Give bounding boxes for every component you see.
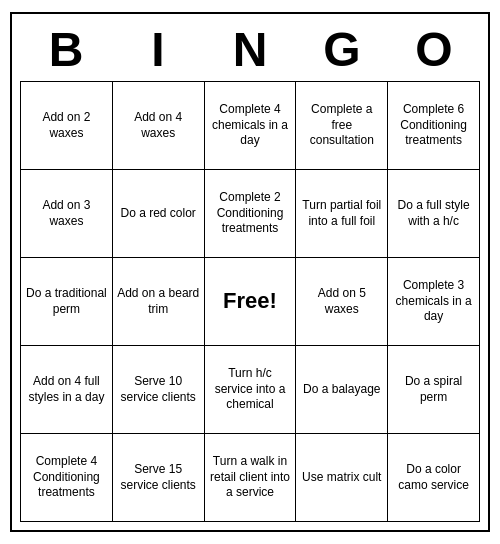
bingo-cell[interactable]: Do a full style with a h/c: [388, 170, 480, 258]
letter-b: B: [22, 22, 110, 77]
letter-i: I: [114, 22, 202, 77]
bingo-cell[interactable]: Complete 4 chemicals in a day: [205, 82, 297, 170]
bingo-cell[interactable]: Use matrix cult: [296, 434, 388, 522]
bingo-cell[interactable]: Serve 15 service clients: [113, 434, 205, 522]
bingo-cell[interactable]: Do a balayage: [296, 346, 388, 434]
bingo-cell[interactable]: Do a color camo service: [388, 434, 480, 522]
bingo-cell[interactable]: Add on 4 waxes: [113, 82, 205, 170]
bingo-cell[interactable]: Turn a walk in retail client into a serv…: [205, 434, 297, 522]
bingo-cell[interactable]: Add on 2 waxes: [21, 82, 113, 170]
bingo-cell[interactable]: Add on 5 waxes: [296, 258, 388, 346]
letter-o: O: [390, 22, 478, 77]
bingo-cell[interactable]: Add on 3 waxes: [21, 170, 113, 258]
bingo-cell[interactable]: Turn h/c service into a chemical: [205, 346, 297, 434]
bingo-cell[interactable]: Complete 2 Conditioning treatments: [205, 170, 297, 258]
bingo-cell[interactable]: Serve 10 service clients: [113, 346, 205, 434]
bingo-cell[interactable]: Do a spiral perm: [388, 346, 480, 434]
bingo-cell[interactable]: Complete 4 Conditioning treatments: [21, 434, 113, 522]
bingo-cell[interactable]: Do a red color: [113, 170, 205, 258]
letter-n: N: [206, 22, 294, 77]
letter-g: G: [298, 22, 386, 77]
bingo-cell[interactable]: Add on 4 full styles in a day: [21, 346, 113, 434]
bingo-cell[interactable]: Complete 3 chemicals in a day: [388, 258, 480, 346]
bingo-cell[interactable]: Complete 6 Conditioning treatments: [388, 82, 480, 170]
bingo-header: B I N G O: [20, 22, 480, 77]
bingo-grid: Add on 2 waxesAdd on 4 waxesComplete 4 c…: [20, 81, 480, 522]
bingo-cell[interactable]: Add on a beard trim: [113, 258, 205, 346]
bingo-card: B I N G O Add on 2 waxesAdd on 4 waxesCo…: [10, 12, 490, 532]
bingo-cell[interactable]: Do a traditional perm: [21, 258, 113, 346]
bingo-cell[interactable]: Complete a free consultation: [296, 82, 388, 170]
bingo-cell[interactable]: Turn partial foil into a full foil: [296, 170, 388, 258]
bingo-cell[interactable]: Free!: [205, 258, 297, 346]
